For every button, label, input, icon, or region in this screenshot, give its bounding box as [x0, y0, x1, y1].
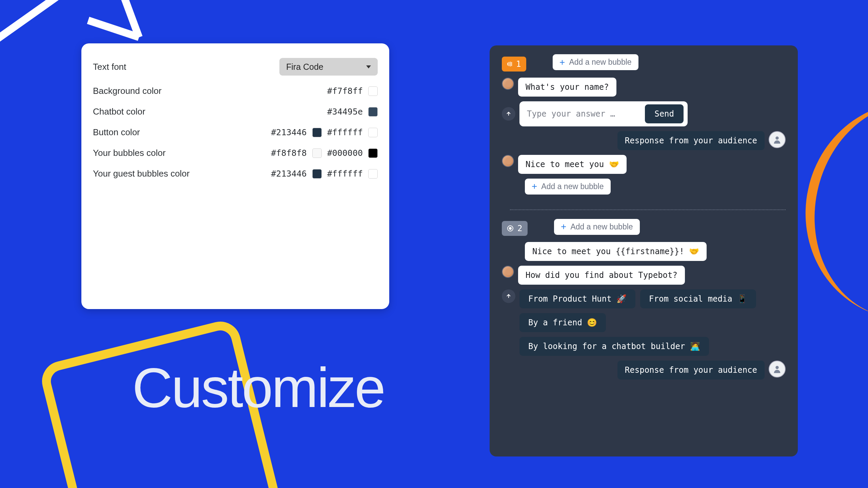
color-value: #000000: [327, 148, 363, 158]
customize-panel: Text font Fira Code Background color #f7…: [81, 43, 389, 309]
arrow-up-icon: [506, 293, 511, 299]
color-swatch[interactable]: [368, 107, 378, 117]
choice-option[interactable]: By a friend 😊: [519, 313, 606, 332]
add-bubble-label: Add a new bubble: [569, 58, 631, 67]
plus-icon: +: [559, 59, 565, 66]
chatbot-preview: 1 + Add a new bubble What's your name? S…: [490, 45, 798, 456]
plus-icon: +: [532, 183, 537, 190]
add-bubble-label: Add a new bubble: [541, 182, 604, 191]
bot-bubble[interactable]: What's your name?: [518, 78, 616, 97]
svg-point-1: [775, 366, 778, 369]
collapse-button[interactable]: [502, 289, 515, 303]
guest-bubbles-color-label: Your guest bubbles color: [93, 168, 190, 179]
color-value: #f8f8f8: [271, 148, 307, 158]
answer-text-field[interactable]: [527, 109, 635, 119]
step-number: 1: [516, 59, 521, 69]
background-color-label: Background color: [93, 86, 161, 96]
step-badge-1[interactable]: 1: [502, 57, 526, 72]
audience-bubble: Response from your audience: [617, 131, 765, 150]
page-title: Customize: [132, 356, 384, 420]
color-swatch[interactable]: [312, 169, 322, 179]
choice-option[interactable]: From Product Hunt 🚀: [519, 289, 635, 308]
bot-avatar: [502, 266, 514, 278]
color-value: #ffffff: [327, 169, 363, 179]
text-font-value: Fira Code: [286, 62, 323, 72]
your-bubbles-color-label: Your bubbles color: [93, 148, 165, 158]
add-bubble-button[interactable]: + Add a new bubble: [525, 179, 611, 195]
bot-bubble[interactable]: How did you find about Typebot?: [518, 266, 685, 285]
text-step-icon: [507, 62, 512, 66]
user-avatar: [769, 131, 786, 148]
step-badge-2[interactable]: 2: [502, 221, 528, 236]
add-bubble-label: Add a new bubble: [570, 222, 633, 231]
text-font-label: Text font: [93, 62, 126, 72]
user-icon: [772, 364, 782, 374]
choice-option[interactable]: By looking for a chatbot builder 🧑‍💻: [519, 337, 709, 356]
button-color-label: Button color: [93, 127, 140, 138]
audience-bubble: Response from your audience: [617, 361, 765, 380]
color-swatch[interactable]: [368, 169, 378, 179]
svg-point-0: [775, 136, 778, 139]
bot-avatar: [502, 155, 514, 167]
arrow-up-icon: [506, 111, 511, 117]
answer-input[interactable]: Send: [519, 101, 688, 126]
step-number: 2: [517, 224, 522, 233]
bot-bubble[interactable]: Nice to meet you 🤝: [518, 155, 627, 174]
color-swatch[interactable]: [312, 148, 322, 158]
add-bubble-button[interactable]: + Add a new bubble: [553, 54, 638, 70]
user-avatar: [769, 361, 786, 378]
send-button[interactable]: Send: [645, 104, 684, 123]
color-value: #213446: [271, 127, 307, 137]
chevron-down-icon: [366, 65, 371, 68]
bot-bubble[interactable]: Nice to meet you {{firstname}}! 🤝: [525, 242, 707, 261]
choice-option[interactable]: From social media 📱: [640, 289, 756, 308]
plus-icon: +: [561, 223, 566, 230]
color-value: #f7f8ff: [327, 86, 363, 96]
color-value: #ffffff: [327, 127, 363, 137]
color-swatch[interactable]: [312, 128, 322, 137]
chatbot-color-label: Chatbot color: [93, 106, 145, 117]
add-bubble-button[interactable]: + Add a new bubble: [554, 219, 640, 235]
color-swatch[interactable]: [368, 86, 378, 96]
text-font-select[interactable]: Fira Code: [279, 58, 378, 76]
step-divider: [510, 209, 786, 210]
collapse-button[interactable]: [502, 107, 515, 121]
color-value: #213446: [271, 169, 307, 179]
decorative-arc: [786, 83, 868, 317]
bot-avatar: [502, 78, 514, 90]
choice-step-icon: [507, 225, 513, 231]
color-swatch[interactable]: [368, 128, 378, 137]
color-swatch[interactable]: [368, 148, 378, 158]
user-icon: [772, 135, 782, 144]
color-value: #34495e: [327, 107, 363, 117]
